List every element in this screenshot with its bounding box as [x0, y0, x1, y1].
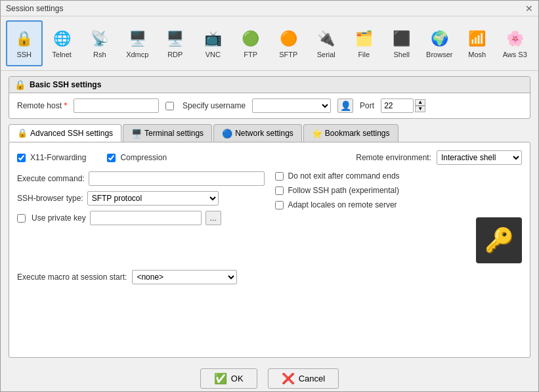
toolbar-item-rsh[interactable]: 📡 Rsh	[81, 20, 118, 66]
use-private-key-checkbox[interactable]	[17, 214, 26, 223]
port-row: ▲ ▼	[381, 98, 425, 113]
tab-terminal-label: Terminal settings	[144, 129, 204, 138]
sftp-icon: 🟠	[278, 28, 299, 49]
tab-network-icon: 🔵	[222, 129, 232, 139]
tab-network[interactable]: 🔵 Network settings	[213, 124, 302, 142]
toolbar-item-file[interactable]: 🗂️ File	[346, 20, 383, 66]
basic-ssh-section: 🔒 Basic SSH settings Remote host * Speci…	[9, 76, 530, 119]
toolbar-item-ssh[interactable]: 🔒 SSH	[6, 20, 43, 66]
rdp-label: RDP	[167, 51, 183, 58]
ftp-icon: 🟢	[240, 28, 261, 49]
xdmcp-icon: 🖥️	[127, 28, 148, 49]
follow-ssh-row: Follow SSH path (experimental)	[275, 186, 400, 195]
shell-icon: ⬛	[391, 28, 412, 49]
cancel-button[interactable]: ❌ Cancel	[268, 368, 339, 389]
button-row: ✅ OK ❌ Cancel	[1, 363, 538, 391]
do-not-exit-row: Do not exit after command ends	[275, 171, 400, 181]
ok-button[interactable]: ✅ OK	[200, 368, 257, 389]
do-not-exit-checkbox[interactable]	[275, 172, 284, 181]
adv-main-area: Execute command: SSH-browser type: SFTP …	[17, 171, 522, 263]
toolbar-item-sftp[interactable]: 🟠 SFTP	[270, 20, 307, 66]
tab-advanced-ssh[interactable]: 🔒 Advanced SSH settings	[9, 124, 121, 142]
ftp-label: FTP	[244, 51, 257, 58]
macro-select[interactable]: <none>	[132, 270, 237, 284]
username-select[interactable]	[252, 98, 331, 113]
adv-right-col: Do not exit after command ends Follow SS…	[275, 171, 523, 263]
xdmcp-label: Xdmcp	[126, 51, 148, 58]
toolbar-item-awss3[interactable]: 🌸 Aws S3	[497, 20, 534, 66]
basic-ssh-icon: 🔒	[14, 79, 26, 90]
remote-env-row: Remote environment: Interactive shell Ba…	[356, 150, 522, 165]
tab-advanced-icon: 🔒	[17, 128, 28, 138]
toolbar-item-vnc[interactable]: 📺 VNC	[195, 20, 232, 66]
tab-advanced-label: Advanced SSH settings	[30, 129, 113, 138]
browse-private-key-button[interactable]: …	[205, 211, 221, 225]
mosh-icon: 📶	[467, 28, 488, 49]
tabs-row: 🔒 Advanced SSH settings 🖥️ Terminal sett…	[9, 124, 530, 142]
execute-cmd-input[interactable]	[89, 171, 265, 186]
toolbar-item-browser[interactable]: 🌍 Browser	[421, 20, 458, 66]
port-label: Port	[360, 101, 374, 110]
adapt-locales-label: Adapt locales on remote server	[288, 200, 397, 209]
tab-terminal[interactable]: 🖥️ Terminal settings	[123, 124, 212, 142]
titlebar: Session settings ✕	[1, 1, 538, 16]
ssh-browser-select[interactable]: SFTP protocol SCP protocol	[87, 191, 219, 206]
close-button[interactable]: ✕	[525, 4, 533, 13]
specify-username-checkbox[interactable]	[165, 102, 174, 110]
ok-icon: ✅	[214, 372, 227, 385]
toolbar-item-ftp[interactable]: 🟢 FTP	[232, 20, 269, 66]
window-title: Session settings	[6, 4, 63, 13]
session-settings-window: Session settings ✕ 🔒 SSH 🌐 Telnet 📡 Rsh …	[0, 0, 539, 392]
x11-forwarding-label: X11-Forwarding	[30, 153, 86, 162]
toolbar-item-mosh[interactable]: 📶 Mosh	[459, 20, 496, 66]
toolbar-item-rdp[interactable]: 🖥️ RDP	[157, 20, 194, 66]
cancel-label: Cancel	[299, 374, 325, 383]
telnet-icon: 🌐	[51, 28, 72, 49]
remote-env-label: Remote environment:	[356, 153, 431, 162]
do-not-exit-label: Do not exit after command ends	[288, 171, 400, 181]
adv-left-col: Execute command: SSH-browser type: SFTP …	[17, 171, 265, 263]
top-options-row: X11-Forwarding Compression Remote enviro…	[17, 150, 522, 165]
toolbar-item-serial[interactable]: 🔌 Serial	[308, 20, 345, 66]
file-icon: 🗂️	[353, 28, 374, 49]
adapt-locales-checkbox[interactable]	[275, 201, 284, 209]
toolbar-item-shell[interactable]: ⬛ Shell	[383, 20, 420, 66]
compression-checkbox[interactable]	[107, 154, 116, 162]
key-icon: 🔑	[485, 227, 514, 254]
remote-env-select[interactable]: Interactive shell Bash Custom command	[437, 150, 522, 165]
serial-label: Serial	[317, 51, 335, 58]
remote-host-input[interactable]	[74, 98, 159, 113]
port-down-button[interactable]: ▼	[415, 106, 425, 112]
advanced-ssh-panel: X11-Forwarding Compression Remote enviro…	[9, 142, 530, 358]
tab-bookmark-icon: ⭐	[312, 129, 322, 139]
rsh-label: Rsh	[93, 51, 106, 58]
remote-host-label: Remote host *	[17, 101, 67, 110]
port-input[interactable]	[381, 98, 414, 113]
basic-ssh-header: 🔒 Basic SSH settings	[9, 77, 530, 93]
private-key-input[interactable]	[90, 211, 202, 225]
toolbar-item-telnet[interactable]: 🌐 Telnet	[44, 20, 81, 66]
mosh-label: Mosh	[468, 51, 486, 58]
execute-cmd-row: Execute command:	[17, 171, 265, 186]
adapt-locales-row: Adapt locales on remote server	[275, 200, 400, 209]
rdp-icon: 🖥️	[165, 28, 186, 49]
cancel-icon: ❌	[282, 372, 295, 385]
toolbar-item-xdmcp[interactable]: 🖥️ Xdmcp	[119, 20, 156, 66]
ssh-icon: 🔒	[14, 28, 35, 49]
tab-bookmark[interactable]: ⭐ Bookmark settings	[303, 124, 399, 142]
toolbar: 🔒 SSH 🌐 Telnet 📡 Rsh 🖥️ Xdmcp 🖥️ RDP 📺 V…	[1, 16, 538, 71]
macro-row: Execute macro at session start: <none>	[17, 270, 522, 284]
x11-forwarding-checkbox[interactable]	[17, 154, 26, 162]
follow-ssh-checkbox[interactable]	[275, 186, 284, 195]
basic-ssh-body: Remote host * Specify username 👤 Port ▲	[9, 93, 530, 118]
user-icon-button[interactable]: 👤	[337, 98, 353, 113]
vnc-label: VNC	[205, 51, 221, 58]
compression-row: Compression	[107, 153, 167, 162]
macro-label: Execute macro at session start:	[17, 272, 127, 282]
basic-ssh-title: Basic SSH settings	[30, 80, 101, 89]
private-key-row: Use private key …	[17, 211, 265, 225]
shell-label: Shell	[394, 51, 410, 58]
tab-bookmark-label: Bookmark settings	[325, 129, 390, 138]
execute-cmd-label: Execute command:	[17, 174, 85, 183]
port-up-button[interactable]: ▲	[415, 99, 425, 106]
